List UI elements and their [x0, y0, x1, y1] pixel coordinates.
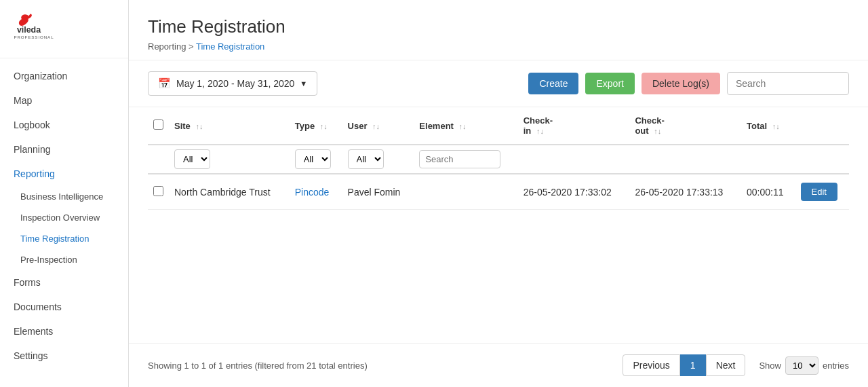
pagination-controls: Previous 1 Next	[623, 354, 745, 376]
filter-user-select[interactable]: All	[348, 149, 384, 169]
export-button[interactable]: Export	[585, 73, 634, 94]
filter-type-select[interactable]: All	[295, 149, 331, 169]
delete-logs-button[interactable]: Delete Log(s)	[642, 73, 720, 94]
sort-checkout-icon[interactable]: ↑↓	[654, 127, 661, 135]
row-user: Pavel Fomin	[342, 174, 414, 210]
filter-user-cell: All	[342, 145, 414, 174]
table-header-row: Site ↑↓ Type ↑↓ User ↑↓ Element ↑↓	[148, 107, 849, 145]
date-range-picker[interactable]: 📅 May 1, 2020 - May 31, 2020 ▼	[148, 71, 317, 96]
show-entries-control: Show 10 25 50 entries	[759, 356, 849, 375]
filter-checkout-spacer	[629, 145, 741, 174]
sidebar-item-planning[interactable]: Planning	[0, 137, 128, 162]
sort-site-icon[interactable]: ↑↓	[195, 122, 203, 130]
svg-text:vileda: vileda	[17, 25, 41, 35]
header-element: Element ↑↓	[414, 107, 517, 145]
row-checkbox-cell	[148, 174, 169, 210]
header-checkbox-cell	[148, 107, 169, 145]
sort-checkin-icon[interactable]: ↑↓	[536, 127, 544, 135]
logo-area: vileda PROFESSIONAL	[0, 0, 128, 58]
calendar-icon: 📅	[158, 77, 171, 90]
breadcrumb-parent[interactable]: Reporting	[148, 41, 186, 52]
filter-actions-spacer	[795, 145, 849, 174]
sort-user-icon[interactable]: ↑↓	[372, 122, 380, 130]
row-checkout: 26-05-2020 17:33:13	[629, 174, 741, 210]
logo-icon: vileda PROFESSIONAL	[11, 11, 65, 45]
sidebar-item-elements[interactable]: Elements	[0, 319, 128, 344]
pagination-info: Showing 1 to 1 of 1 entries (filtered fr…	[148, 361, 368, 371]
sidebar-item-business-intelligence[interactable]: Business Intelligence	[0, 186, 128, 207]
next-button[interactable]: Next	[706, 354, 746, 376]
breadcrumb-separator: >	[189, 41, 196, 52]
sidebar: vileda PROFESSIONAL Organization Map Log…	[0, 0, 129, 387]
sidebar-item-settings[interactable]: Settings	[0, 344, 128, 368]
row-checkin: 26-05-2020 17:33:02	[518, 174, 630, 210]
checkin-label-line2: in	[524, 126, 532, 136]
row-element	[414, 174, 517, 210]
sidebar-item-logbook[interactable]: Logbook	[0, 113, 128, 137]
nav: Organization Map Logbook Planning Report…	[0, 58, 128, 387]
row-total: 00:00:11	[741, 174, 795, 210]
sidebar-item-pre-inspection[interactable]: Pre-Inspection	[0, 249, 128, 270]
sidebar-item-time-registration[interactable]: Time Registration	[0, 228, 128, 249]
sort-total-icon[interactable]: ↑↓	[772, 122, 780, 130]
select-all-checkbox[interactable]	[153, 119, 163, 130]
header-actions	[795, 107, 849, 145]
breadcrumb: Reporting > Time Registration	[148, 41, 849, 52]
header-user: User ↑↓	[342, 107, 414, 145]
sidebar-item-map[interactable]: Map	[0, 88, 128, 113]
chevron-down-icon: ▼	[300, 79, 307, 88]
time-registration-table: Site ↑↓ Type ↑↓ User ↑↓ Element ↑↓	[148, 107, 849, 210]
row-type-link[interactable]: Pincode	[295, 187, 330, 198]
checkout-label-line1: Check-	[635, 115, 664, 126]
sort-element-icon[interactable]: ↑↓	[459, 122, 467, 130]
sidebar-item-organization[interactable]: Organization	[0, 64, 128, 88]
filter-type-cell: All	[290, 145, 342, 174]
page-header: Time Registration Reporting > Time Regis…	[129, 0, 868, 60]
pagination-bar: Showing 1 to 1 of 1 entries (filtered fr…	[129, 343, 868, 387]
date-range-label: May 1, 2020 - May 31, 2020	[176, 78, 294, 89]
sidebar-item-reporting[interactable]: Reporting	[0, 162, 128, 186]
sidebar-item-forms[interactable]: Forms	[0, 270, 128, 295]
row-site: North Cambridge Trust	[169, 174, 290, 210]
row-edit-cell: Edit	[795, 174, 849, 210]
row-type: Pincode	[290, 174, 342, 210]
svg-text:PROFESSIONAL: PROFESSIONAL	[14, 35, 54, 39]
page-title: Time Registration	[148, 16, 849, 37]
previous-button[interactable]: Previous	[623, 354, 679, 376]
header-checkout: Check- out ↑↓	[629, 107, 741, 145]
sort-type-icon[interactable]: ↑↓	[320, 122, 328, 130]
page-1-button[interactable]: 1	[680, 354, 706, 376]
filter-checkin-spacer	[518, 145, 630, 174]
entries-label: entries	[823, 361, 849, 371]
main-content: Time Registration Reporting > Time Regis…	[129, 0, 868, 387]
row-checkbox[interactable]	[153, 186, 163, 196]
header-type: Type ↑↓	[290, 107, 342, 145]
table-container: Site ↑↓ Type ↑↓ User ↑↓ Element ↑↓	[129, 107, 868, 343]
filter-element-search[interactable]	[419, 150, 500, 168]
filter-total-spacer	[741, 145, 795, 174]
filter-site-select[interactable]: All	[174, 149, 210, 169]
search-input[interactable]	[727, 72, 849, 95]
checkin-label-line1: Check-	[524, 115, 553, 126]
sidebar-item-inspection-overview[interactable]: Inspection Overview	[0, 207, 128, 228]
create-button[interactable]: Create	[528, 73, 578, 94]
filter-site-cell: All	[169, 145, 290, 174]
header-site: Site ↑↓	[169, 107, 290, 145]
breadcrumb-current[interactable]: Time Registration	[196, 41, 264, 52]
show-label: Show	[759, 361, 781, 371]
table-row: North Cambridge Trust Pincode Pavel Fomi…	[148, 174, 849, 210]
sidebar-item-documents[interactable]: Documents	[0, 295, 128, 319]
filter-row: All All All	[148, 145, 849, 174]
header-total: Total ↑↓	[741, 107, 795, 145]
checkout-label-line2: out	[635, 126, 648, 136]
filter-element-cell	[414, 145, 517, 174]
filter-checkbox-spacer	[148, 145, 169, 174]
edit-button[interactable]: Edit	[801, 183, 837, 201]
per-page-select[interactable]: 10 25 50	[785, 356, 818, 375]
toolbar: 📅 May 1, 2020 - May 31, 2020 ▼ Create Ex…	[129, 60, 868, 107]
header-checkin: Check- in ↑↓	[518, 107, 630, 145]
